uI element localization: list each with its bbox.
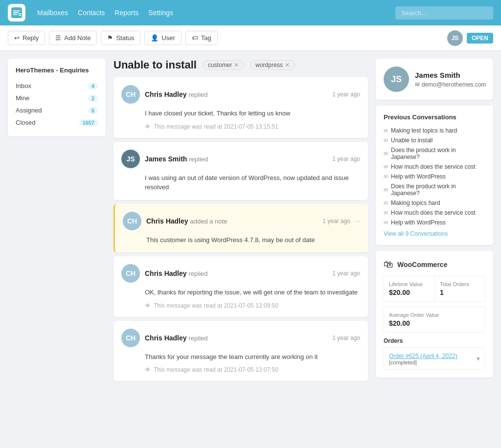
tag-wordpress-remove[interactable]: ✕ [285, 62, 290, 68]
avatar: CH [121, 329, 140, 347]
user-avatar: JS [447, 30, 463, 46]
nav-mailboxes[interactable]: Mailboxes [37, 9, 68, 17]
woo-lifetime-value: Lifetime Value $20.00 [384, 276, 434, 301]
search-input[interactable] [395, 6, 493, 20]
woo-lifetime-amount: $20.00 [389, 289, 430, 296]
status-button[interactable]: ⚑ Status [101, 31, 140, 45]
customer-email: ✉ demo@herothemes.com [415, 81, 486, 88]
user-button[interactable]: 👤 User [144, 31, 181, 45]
email-icon: ✉ [415, 81, 420, 88]
message-author: Chris Hadley [145, 334, 187, 342]
message-meta: Chris Hadley added a note [146, 217, 318, 225]
prev-conversation-item[interactable]: ✉ Help with WordPress [384, 218, 485, 227]
customer-name: James Smith [415, 71, 486, 79]
message-card: CH Chris Hadley replied 1 year ago I hav… [114, 77, 368, 138]
nav-reports[interactable]: Reports [114, 9, 138, 17]
messages-list: CH Chris Hadley replied 1 year ago I hav… [114, 77, 368, 385]
message-header: JS James Smith replied 1 year ago [121, 150, 360, 168]
message-meta: Chris Hadley replied [145, 334, 327, 342]
message-meta: Chris Hadley replied [145, 90, 327, 98]
prev-item-label: How much does the service cost [391, 163, 476, 170]
message-action: replied [188, 270, 207, 277]
message-header: CH Chris Hadley replied 1 year ago [121, 329, 360, 347]
reply-icon: ↩ [14, 34, 20, 42]
sidebar-item-inbox[interactable]: Inbox 4 [16, 80, 98, 92]
prev-conversation-item[interactable]: ✉ Making test topics is hard [384, 126, 485, 135]
woo-avg-order: Average Order Value $20.00 [384, 307, 485, 333]
open-status-badge: OPEN [467, 33, 493, 44]
woocommerce-logo: 🛍 [384, 259, 393, 270]
prev-conversation-item[interactable]: ✉ Help with WordPress [384, 172, 485, 181]
message-author: Chris Hadley [146, 217, 188, 225]
avatar: JS [121, 150, 140, 168]
message-card-note: CH Chris Hadley added a note 1 year ago … [114, 204, 368, 253]
avatar: CH [121, 85, 140, 104]
sidebar-title: HeroThemes - Enquiries [16, 67, 98, 74]
woo-header: 🛍 WooCommerce [384, 259, 485, 270]
tag-label: Tag [201, 34, 211, 42]
message-card: CH Chris Hadley replied 1 year ago OK, t… [114, 256, 368, 317]
woo-order-item[interactable]: Order #625 (April 4, 2022) [completed] ▾ [384, 347, 485, 370]
previous-conversations-card: Previous Conversations ✉ Making test top… [376, 106, 493, 245]
message-author: Chris Hadley [145, 269, 187, 277]
woo-order-link[interactable]: Order #625 (April 4, 2022) [389, 353, 457, 359]
prev-item-label: How much does the service cost [391, 209, 476, 216]
view-all-conversations[interactable]: View all 9 Conversations [384, 230, 485, 237]
sidebar-mine-label: Mine [16, 94, 29, 102]
tag-button[interactable]: 🏷 Tag [185, 31, 218, 45]
message-meta: Chris Hadley replied [145, 269, 327, 277]
message-meta: James Smith replied [145, 155, 327, 163]
sidebar-inbox-count: 4 [88, 83, 98, 90]
sidebar-closed-count: 1657 [79, 119, 98, 126]
mail-icon: ✉ [384, 151, 388, 157]
sidebar-item-mine[interactable]: Mine 2 [16, 92, 98, 104]
sidebar-item-assigned[interactable]: Assigned 6 [16, 104, 98, 116]
note-actions[interactable]: ··· [355, 218, 360, 224]
woo-lifetime-label: Lifetime Value [389, 281, 430, 287]
nav-contacts[interactable]: Contacts [78, 9, 105, 17]
sidebar: HeroThemes - Enquiries Inbox 4 Mine 2 As… [8, 59, 106, 385]
message-read-receipt: 👁 This message was read at 2021-07-05 13… [145, 366, 360, 373]
sidebar-closed-label: Closed [16, 119, 35, 126]
reply-button[interactable]: ↩ Reply [8, 31, 45, 45]
sidebar-assigned-label: Assigned [16, 107, 42, 114]
read-at-text: This message was read at 2021-07-05 13:0… [154, 302, 278, 309]
message-action: replied [189, 156, 208, 163]
main-layout: HeroThemes - Enquiries Inbox 4 Mine 2 As… [0, 51, 501, 393]
prev-conversation-item[interactable]: ✉ Does the product work in Japanese? [384, 181, 485, 198]
prev-conversation-item[interactable]: ✉ How much does the service cost [384, 162, 485, 172]
message-time: 1 year ago [332, 270, 360, 277]
prev-item-label: Help with WordPress [391, 219, 446, 226]
prev-conversations-title: Previous Conversations [384, 113, 485, 121]
nav-settings[interactable]: Settings [148, 9, 173, 17]
message-header: CH Chris Hadley replied 1 year ago [121, 264, 360, 283]
prev-conversation-item[interactable]: ✉ Does the product work in Japanese? [384, 145, 485, 162]
tag-wordpress[interactable]: wordpress ✕ [250, 60, 295, 70]
tag-customer-remove[interactable]: ✕ [234, 62, 239, 68]
prev-item-label: Help with WordPress [391, 173, 446, 180]
add-note-label: Add Note [64, 34, 91, 42]
message-action: replied [188, 91, 207, 98]
message-author: Chris Hadley [145, 90, 187, 98]
message-body: OK, thanks for reporting the issue, we w… [145, 288, 360, 297]
sidebar-item-closed[interactable]: Closed 1657 [16, 116, 98, 129]
woocommerce-card: 🛍 WooCommerce Lifetime Value $20.00 Tota… [376, 251, 493, 378]
message-action: added a note [190, 218, 227, 225]
prev-conversation-item[interactable]: ✉ Making topics hard [384, 198, 485, 208]
woo-order-info: Order #625 (April 4, 2022) [completed] [389, 352, 457, 365]
tag-customer-label: customer [208, 62, 232, 68]
mail-icon: ✉ [384, 187, 388, 193]
woo-avg-label: Average Order Value [389, 312, 480, 318]
prev-conversation-item[interactable]: ✉ Unable to install [384, 135, 485, 145]
add-note-button[interactable]: ☰ Add Note [49, 31, 97, 45]
tag-customer[interactable]: customer ✕ [203, 60, 244, 70]
message-body: Thanks for your message the team current… [145, 352, 360, 362]
prev-item-label: Making topics hard [391, 200, 440, 206]
top-navigation: Mailboxes Contacts Reports Settings [0, 0, 501, 25]
nav-links: Mailboxes Contacts Reports Settings [37, 9, 384, 17]
prev-conversation-item[interactable]: ✉ How much does the service cost [384, 208, 485, 218]
ticket-header: Unable to install customer ✕ wordpress ✕ [114, 59, 368, 71]
message-card: JS James Smith replied 1 year ago I was … [114, 142, 368, 200]
woo-total-orders: Total Orders 1 [434, 276, 485, 301]
tag-wordpress-label: wordpress [255, 62, 282, 68]
